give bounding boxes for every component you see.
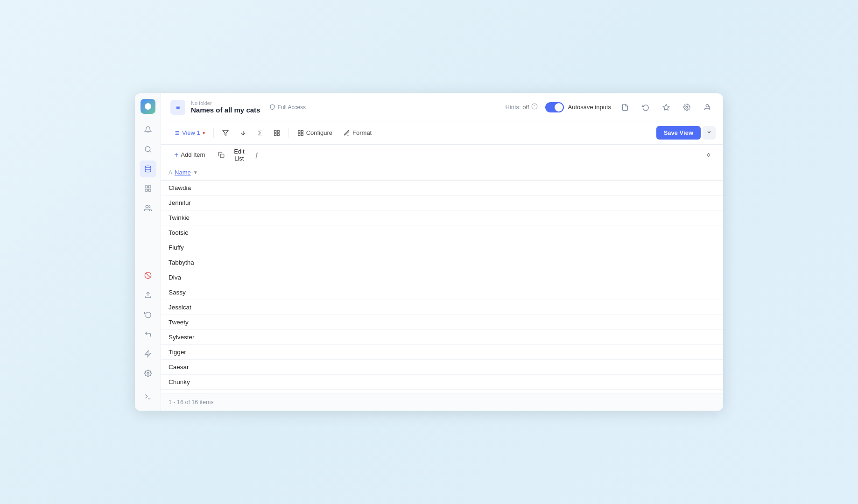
- table-cell-name[interactable]: Jessicat: [161, 300, 723, 315]
- autosave-toggle[interactable]: [545, 102, 564, 112]
- svg-marker-17: [663, 104, 669, 110]
- table-cell-name[interactable]: Caesar: [161, 360, 723, 375]
- table-row[interactable]: Caesar: [161, 360, 723, 375]
- table-row[interactable]: Muffy: [161, 390, 723, 393]
- group-button[interactable]: [269, 127, 285, 139]
- svg-rect-4: [148, 186, 151, 188]
- page-title: Names of all my cats: [191, 106, 260, 114]
- table-row[interactable]: Sylvester: [161, 330, 723, 345]
- history-header-icon[interactable]: [639, 101, 652, 114]
- header-right: Hints: off Autosave inputs: [505, 101, 714, 114]
- svg-line-9: [146, 273, 150, 277]
- nav-grid[interactable]: [140, 180, 156, 197]
- table-area: A Name ▼ ClawdiaJennifurTwinkieTootsieFl…: [161, 165, 723, 393]
- table-row[interactable]: Fluffy: [161, 240, 723, 255]
- view-dropdown-button[interactable]: [703, 126, 716, 140]
- table-row[interactable]: Twinkie: [161, 210, 723, 225]
- table-row[interactable]: Diva: [161, 270, 723, 285]
- name-col-dropdown[interactable]: ▼: [193, 170, 198, 175]
- expand-collapse-button[interactable]: [702, 148, 716, 162]
- nav-settings[interactable]: [140, 365, 156, 382]
- hints-container: Hints: off: [505, 103, 538, 111]
- table-row[interactable]: Sassy: [161, 285, 723, 300]
- nav-history[interactable]: [140, 306, 156, 323]
- name-col-icon: A: [169, 169, 172, 176]
- access-badge[interactable]: Full Access: [269, 104, 306, 111]
- main-content: ≡ No folder Names of all my cats Full Ac…: [161, 93, 723, 411]
- svg-rect-30: [274, 130, 276, 132]
- gear-icon[interactable]: [680, 101, 693, 114]
- table-row[interactable]: Tigger: [161, 345, 723, 360]
- svg-point-12: [147, 372, 149, 374]
- table-row[interactable]: Tweety: [161, 315, 723, 330]
- aggregate-button[interactable]: Σ: [253, 126, 267, 140]
- table-cell-name[interactable]: Diva: [161, 270, 723, 285]
- table-row[interactable]: Tootsie: [161, 225, 723, 240]
- filter-button[interactable]: [218, 127, 233, 139]
- svg-rect-3: [145, 186, 148, 188]
- app-logo[interactable]: [141, 99, 155, 114]
- svg-point-0: [145, 147, 150, 152]
- table-row[interactable]: Tabbytha: [161, 255, 723, 270]
- nav-alert[interactable]: [140, 267, 156, 284]
- table-cell-name[interactable]: Sylvester: [161, 330, 723, 345]
- share-icon[interactable]: [701, 101, 714, 114]
- name-column-header[interactable]: A Name ▼: [161, 165, 723, 180]
- configure-label: Configure: [306, 129, 332, 136]
- table-cell-name[interactable]: Muffy: [161, 390, 723, 393]
- data-table: A Name ▼ ClawdiaJennifurTwinkieTootsieFl…: [161, 165, 723, 393]
- view-dot: •: [203, 129, 205, 137]
- table-cell-name[interactable]: Jennifur: [161, 196, 723, 210]
- nav-terminal[interactable]: [140, 388, 156, 405]
- notes-icon[interactable]: [619, 101, 632, 114]
- table-row[interactable]: Jessicat: [161, 300, 723, 315]
- svg-rect-37: [298, 133, 300, 135]
- svg-marker-28: [223, 130, 229, 135]
- save-view-button[interactable]: Save View: [656, 126, 701, 140]
- svg-point-7: [146, 205, 148, 208]
- star-icon[interactable]: [660, 101, 673, 114]
- toolbar-divider-2: [288, 128, 289, 138]
- no-folder-label: No folder: [191, 100, 260, 106]
- svg-rect-38: [221, 154, 225, 158]
- format-button[interactable]: Format: [339, 126, 376, 139]
- edit-list-label: Edit List: [234, 148, 244, 162]
- table-cell-name[interactable]: Tigger: [161, 345, 723, 360]
- nav-upload[interactable]: [140, 287, 156, 303]
- view-button[interactable]: View 1 •: [169, 126, 210, 140]
- table-cell-name[interactable]: Tweety: [161, 315, 723, 330]
- name-col-label[interactable]: Name: [175, 169, 191, 176]
- edit-list-button[interactable]: Edit List: [232, 148, 246, 162]
- fx-label: ƒ: [255, 151, 259, 159]
- table-cell-name[interactable]: Twinkie: [161, 210, 723, 225]
- nav-notifications[interactable]: [140, 121, 156, 138]
- table-row[interactable]: Clawdia: [161, 180, 723, 196]
- table-cell-name[interactable]: Chunky: [161, 375, 723, 390]
- nav-undo[interactable]: [140, 326, 156, 343]
- fx-button[interactable]: ƒ: [250, 148, 264, 162]
- table-header-row: A Name ▼: [161, 165, 723, 180]
- action-bar: + Add Item Edit List ƒ: [161, 145, 723, 165]
- nav-database[interactable]: [140, 161, 156, 177]
- nav-bolt[interactable]: [140, 345, 156, 362]
- svg-rect-5: [145, 189, 148, 191]
- table-cell-name[interactable]: Tootsie: [161, 225, 723, 240]
- table-cell-name[interactable]: Clawdia: [161, 180, 723, 196]
- copy-button[interactable]: [214, 148, 228, 162]
- table-cell-name[interactable]: Sassy: [161, 285, 723, 300]
- add-item-button[interactable]: + Add Item: [169, 148, 211, 161]
- table-cell-name[interactable]: Fluffy: [161, 240, 723, 255]
- svg-rect-34: [298, 130, 300, 132]
- table-body: ClawdiaJennifurTwinkieTootsieFluffyTabby…: [161, 180, 723, 393]
- configure-button[interactable]: Configure: [293, 126, 337, 139]
- info-icon[interactable]: [531, 103, 538, 111]
- table-cell-name[interactable]: Tabbytha: [161, 255, 723, 270]
- sort-button[interactable]: [235, 127, 251, 139]
- table-row[interactable]: Jennifur: [161, 196, 723, 210]
- svg-rect-35: [301, 130, 303, 132]
- table-row[interactable]: Chunky: [161, 375, 723, 390]
- nav-search[interactable]: [140, 141, 156, 158]
- add-item-plus-icon: +: [174, 151, 178, 159]
- format-label: Format: [352, 129, 372, 136]
- nav-team[interactable]: [140, 200, 156, 217]
